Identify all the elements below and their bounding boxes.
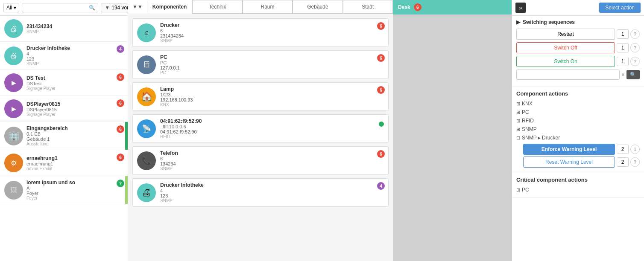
action-knx[interactable]: ⊞ KNX	[516, 99, 640, 108]
grid-addr: 134234	[160, 161, 384, 166]
all-dropdown[interactable]: All ▾	[3, 3, 19, 12]
play-icon: ▶	[12, 79, 16, 86]
grid-item[interactable]: 🖥 PC PC 127.0.0.1 PC 6	[132, 50, 389, 79]
grid-item[interactable]: 🖨 Drucker 6 231434234 SNMP 6	[132, 18, 389, 47]
enforce-help[interactable]: 1	[630, 145, 640, 154]
switch-on-help[interactable]: ?	[630, 57, 640, 66]
device-sub: DSPlayer0815	[26, 107, 123, 112]
switch-off-button[interactable]: Switch Off	[516, 42, 615, 53]
device-name: DSPlayer0815	[26, 101, 123, 107]
grid-item[interactable]: 🖨 Drucker Infotheke 4 123 SNMP 4	[132, 178, 389, 207]
grid-sub: 4	[160, 188, 384, 193]
tab-stadt[interactable]: Stadt	[343, 0, 393, 14]
restart-count[interactable]: 1	[617, 29, 629, 39]
action-pc[interactable]: ⊞ PC	[516, 108, 640, 116]
grid-sub: ::ffff:10.0.0.6	[160, 124, 384, 129]
status-badge	[379, 122, 384, 127]
enforce-count[interactable]: 2	[617, 145, 629, 154]
restart-help[interactable]: ?	[630, 29, 640, 39]
reset-warning-button[interactable]: Reset Warning Level	[523, 157, 615, 168]
grid-name: Lamp	[160, 86, 384, 92]
chevron-right-icon: ▶	[516, 19, 520, 25]
status-badge: 4	[377, 182, 385, 190]
list-item[interactable]: 🖨 Drucker Infotheke 4 123 SNMP 4	[0, 42, 128, 70]
expand-button[interactable]: »	[515, 3, 526, 13]
tab-group: Technik Raum Gebäude Stadt	[192, 0, 393, 14]
reset-count[interactable]: 2	[617, 157, 629, 167]
plus-icon: ⊞	[516, 101, 520, 107]
action-snmp-drucker[interactable]: ⊟ SNMP ▸ Drucker	[516, 133, 640, 142]
switching-sequences-section: ▶ Switching sequences Restart 1 ? Switch…	[512, 16, 644, 87]
switch-on-row: Switch On 1 ?	[516, 56, 640, 67]
left-header: All ▾ 🔍 ▼ 194 von 194 Alles anzeigen	[0, 0, 128, 16]
map-title: Desk	[398, 4, 410, 10]
list-item[interactable]: ⚙ ernaehrung1 ernaehrung1 rubina Exhibit…	[0, 150, 128, 176]
switch-on-count[interactable]: 1	[617, 57, 629, 66]
printer-icon: 🖨	[10, 24, 18, 33]
enforce-warning-button[interactable]: Enforce Warning Level	[523, 144, 615, 155]
switch-on-button[interactable]: Switch On	[516, 56, 615, 67]
search-button[interactable]: 🔍	[626, 70, 640, 79]
green-indicator	[125, 122, 128, 150]
clear-button[interactable]: ×	[621, 71, 625, 78]
list-item[interactable]: ▶ DS Test DSTest Signage Player 6	[0, 70, 128, 96]
grid-name: PC	[160, 54, 384, 60]
right-panel: » Select action ▶ Switching sequences Re…	[512, 0, 644, 261]
tab-komponenten[interactable]: Komponenten	[147, 0, 193, 13]
collapse-button[interactable]: ▼▼	[128, 0, 147, 13]
all-label: All	[6, 5, 12, 11]
switch-off-row: Switch Off 1 ?	[516, 42, 640, 53]
grid-addr: 123	[160, 193, 384, 198]
list-item[interactable]: ▶ DSPlayer0815 DSPlayer0815 Signage Play…	[0, 96, 128, 122]
avatar: 🏢	[4, 127, 23, 145]
action-label: PC	[522, 187, 529, 193]
list-item[interactable]: 🖼 lorem ipsum und so A Foyer Foyer ?	[0, 176, 128, 204]
search-box[interactable]: 🔍	[22, 3, 98, 12]
left-panel: All ▾ 🔍 ▼ 194 von 194 Alles anzeigen 🖨 2	[0, 0, 128, 261]
action-search-input[interactable]	[516, 70, 620, 80]
device-name: lorem ipsum und so	[26, 180, 119, 186]
tab-raum[interactable]: Raum	[243, 0, 293, 14]
action-rfid[interactable]: ⊞ RFID	[516, 116, 640, 125]
critical-action-pc[interactable]: ⊞ PC	[516, 186, 640, 194]
gear-icon: ⚙	[11, 159, 17, 167]
device-list: 🖨 231434234 SNMP 🖨 Drucker Infotheke 4 1…	[0, 16, 128, 261]
grid-item[interactable]: 📞 Telefon 6 134234 SNMP 6	[132, 146, 389, 175]
grid-info: Telefon 6 134234 SNMP	[160, 150, 384, 171]
search-row: × 🔍	[516, 70, 640, 80]
action-label: SNMP	[522, 126, 537, 132]
action-snmp[interactable]: ⊞ SNMP	[516, 125, 640, 133]
grid-name: Drucker Infotheke	[160, 182, 384, 188]
tab-gebaeude[interactable]: Gebäude	[293, 0, 342, 14]
restart-button[interactable]: Restart	[516, 29, 615, 40]
action-label: KNX	[522, 101, 533, 107]
map-content	[393, 14, 512, 261]
grid-item[interactable]: 🏠 Lamp 1/2/3 192.168.100.93 KNX 6	[132, 82, 389, 111]
search-input[interactable]	[25, 5, 89, 11]
switch-off-help[interactable]: ?	[630, 43, 640, 52]
middle-panel: ▼▼ Komponenten Technik Raum Gebäude Stad…	[128, 0, 393, 261]
avatar: 🖨	[4, 19, 23, 38]
grid-addr: 04:91:62:f9:52:90	[160, 129, 384, 134]
avatar: ▶	[4, 99, 23, 118]
critical-section: Critical component actions ⊞ PC	[512, 173, 644, 198]
switch-off-count[interactable]: 1	[617, 43, 629, 52]
status-badge: 4	[117, 45, 124, 53]
avatar: 🖨	[137, 183, 156, 202]
device-grid: 🖨 Drucker 6 231434234 SNMP 6 🖥 PC PC 127…	[128, 14, 393, 261]
device-name: Drucker Infotheke	[26, 45, 123, 51]
grid-sub: 6	[160, 28, 384, 33]
avatar: 🏠	[137, 87, 156, 106]
grid-info: Drucker Infotheke 4 123 SNMP	[160, 182, 384, 203]
avatar: 🖥	[137, 55, 156, 74]
list-item[interactable]: 🏢 Eingangsbereich 0.1 EB Gebäude 1 Ausst…	[0, 122, 128, 150]
tab-technik[interactable]: Technik	[192, 0, 242, 14]
list-item[interactable]: 🖨 231434234 SNMP	[0, 16, 128, 42]
device-name: DS Test	[26, 75, 123, 81]
right-header: » Select action	[512, 0, 644, 16]
grid-item[interactable]: 📡 04:91:62:f9:52:90 ::ffff:10.0.0.6 04:9…	[132, 114, 389, 143]
reset-help[interactable]: ?	[630, 157, 640, 167]
device-addr: 123	[26, 56, 123, 61]
select-action-button[interactable]: Select action	[599, 3, 641, 13]
device-tag: rubina Exhibit	[26, 166, 123, 171]
